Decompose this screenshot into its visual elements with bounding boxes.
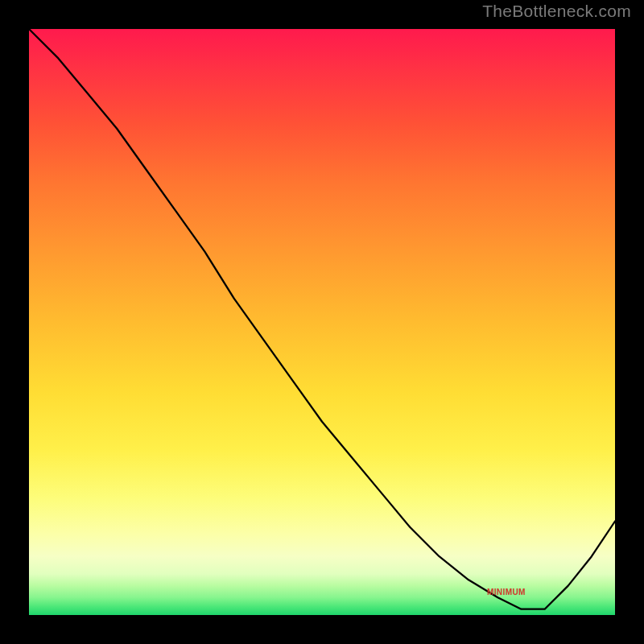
plot-frame: MINIMUM <box>23 23 621 621</box>
attribution-label: TheBottleneck.com <box>482 2 631 21</box>
chart-stage: TheBottleneck.com MINIMUM <box>0 0 644 644</box>
minimum-annotation: MINIMUM <box>487 588 526 597</box>
curve-svg <box>29 29 615 615</box>
bottleneck-curve <box>29 29 615 609</box>
